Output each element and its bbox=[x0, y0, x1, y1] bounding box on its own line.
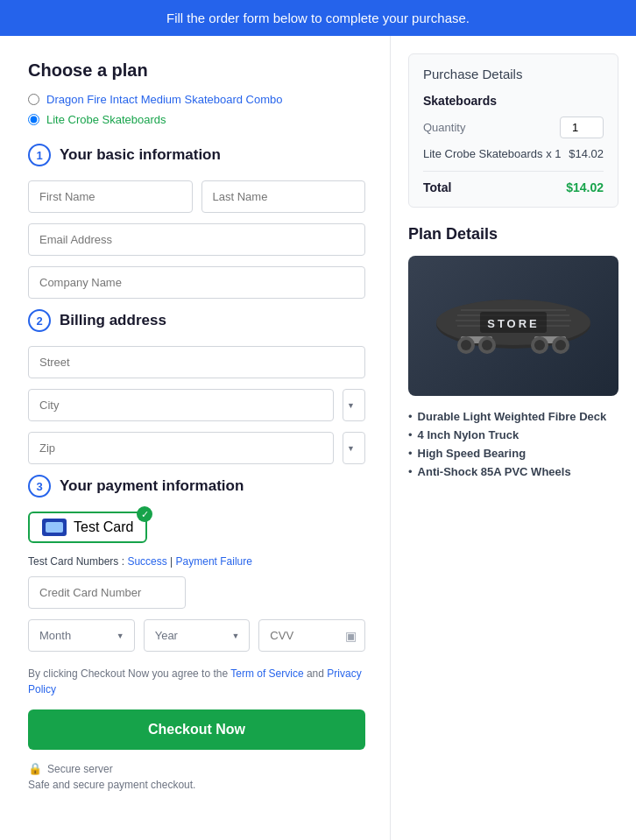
tos-middle: and bbox=[307, 667, 327, 680]
email-input[interactable] bbox=[28, 223, 365, 256]
company-row bbox=[28, 266, 365, 299]
total-label: Total bbox=[423, 180, 451, 194]
cc-row bbox=[28, 576, 365, 609]
card-icon bbox=[42, 519, 67, 536]
plan-options-section: Choose a plan Dragon Fire Intact Medium … bbox=[28, 60, 365, 126]
svg-point-15 bbox=[534, 340, 545, 350]
street-row bbox=[28, 346, 365, 378]
success-link[interactable]: Success bbox=[127, 555, 166, 568]
svg-point-13 bbox=[482, 340, 492, 350]
expiry-cvv-row: Month 01 02 03 04 05 06 07 08 09 10 11 1… bbox=[28, 619, 365, 652]
card-option[interactable]: Test Card ✓ bbox=[28, 512, 147, 543]
plan-label-1[interactable]: Dragon Fire Intact Medium Skateboard Com… bbox=[46, 93, 283, 106]
feature-item-2: High Speed Bearing bbox=[408, 447, 618, 460]
zip-state-row: - bbox=[28, 432, 365, 464]
test-card-prefix: Test Card Numbers : bbox=[28, 555, 127, 568]
skateboard-svg: STORE bbox=[417, 273, 610, 378]
city-input[interactable] bbox=[28, 389, 334, 421]
step1-circle: 1 bbox=[28, 144, 51, 166]
banner-text: Fill the order form below to complete yo… bbox=[166, 11, 470, 25]
year-select[interactable]: Year 2024 2025 2026 2027 2028 bbox=[144, 619, 251, 652]
step2-header: 2 Billing address bbox=[28, 309, 365, 332]
item-row: Lite Crobe Skateboards x 1 $14.02 bbox=[423, 147, 604, 160]
plan-label-2[interactable]: Lite Crobe Skateboards bbox=[46, 113, 166, 126]
item-name: Lite Crobe Skateboards x 1 bbox=[423, 147, 562, 160]
right-panel: Purchase Details Skateboards Quantity Li… bbox=[391, 36, 636, 840]
payment-failure-link[interactable]: Payment Failure bbox=[176, 555, 252, 568]
purchase-details-box: Purchase Details Skateboards Quantity Li… bbox=[408, 53, 618, 208]
total-price: $14.02 bbox=[566, 180, 604, 194]
secure-server-label: Secure server bbox=[47, 763, 113, 775]
test-card-info: Test Card Numbers : Success | Payment Fa… bbox=[28, 555, 365, 568]
plan-radio-2[interactable] bbox=[28, 114, 39, 125]
step3-circle: 3 bbox=[28, 475, 51, 498]
step3-header: 3 Your payment information bbox=[28, 475, 365, 498]
purchase-title: Purchase Details bbox=[423, 67, 604, 81]
choose-plan-title: Choose a plan bbox=[28, 60, 365, 81]
cvv-icon: ▣ bbox=[345, 629, 357, 643]
company-input[interactable] bbox=[28, 266, 365, 299]
cvv-wrapper: ▣ bbox=[258, 619, 365, 652]
month-select[interactable]: Month 01 02 03 04 05 06 07 08 09 10 11 1… bbox=[28, 619, 135, 652]
state-select[interactable]: - bbox=[343, 432, 365, 464]
country-select[interactable]: Country bbox=[343, 389, 365, 421]
secure-sub-text: Safe and secure payment checkout. bbox=[28, 779, 365, 791]
step1-header: 1 Your basic information bbox=[28, 144, 365, 166]
skateboards-label: Skateboards bbox=[423, 94, 604, 108]
step1-label: Your basic information bbox=[60, 146, 221, 164]
name-row bbox=[28, 180, 365, 213]
features-list: Durable Light Weighted Fibre Deck 4 Inch… bbox=[408, 410, 618, 478]
cc-number-input[interactable] bbox=[28, 576, 186, 609]
left-panel: Choose a plan Dragon Fire Intact Medium … bbox=[0, 36, 391, 840]
main-container: Choose a plan Dragon Fire Intact Medium … bbox=[0, 36, 636, 840]
plan-option-1: Dragon Fire Intact Medium Skateboard Com… bbox=[28, 93, 365, 106]
month-select-wrapper: Month 01 02 03 04 05 06 07 08 09 10 11 1… bbox=[28, 619, 135, 652]
step2-circle: 2 bbox=[28, 309, 51, 332]
quantity-input[interactable] bbox=[560, 116, 604, 138]
top-banner: Fill the order form below to complete yo… bbox=[0, 0, 636, 36]
country-select-wrapper: Country bbox=[343, 389, 365, 421]
feature-item-1: 4 Inch Nylon Truck bbox=[408, 428, 618, 441]
check-badge: ✓ bbox=[137, 506, 152, 522]
checkout-button[interactable]: Checkout Now bbox=[28, 709, 365, 750]
plan-option-2: Lite Crobe Skateboards bbox=[28, 113, 365, 126]
feature-item-0: Durable Light Weighted Fibre Deck bbox=[408, 410, 618, 423]
quantity-label: Quantity bbox=[423, 121, 465, 134]
svg-point-11 bbox=[461, 340, 471, 350]
zip-input[interactable] bbox=[28, 432, 334, 464]
quantity-row: Quantity bbox=[423, 116, 604, 138]
state-select-wrapper: - bbox=[343, 432, 365, 464]
street-input[interactable] bbox=[28, 346, 365, 378]
item-price: $14.02 bbox=[569, 147, 604, 160]
svg-point-17 bbox=[555, 340, 566, 350]
last-name-input[interactable] bbox=[201, 180, 366, 213]
card-icon-inner bbox=[46, 522, 63, 533]
card-label: Test Card bbox=[74, 519, 133, 535]
step3-label: Your payment information bbox=[60, 477, 244, 495]
lock-icon: 🔒 bbox=[28, 762, 42, 775]
skateboard-image: STORE bbox=[408, 256, 618, 396]
step2-label: Billing address bbox=[60, 312, 166, 329]
email-row bbox=[28, 223, 365, 256]
plan-details-title: Plan Details bbox=[408, 225, 618, 244]
first-name-input[interactable] bbox=[28, 180, 193, 213]
tos-text: By clicking Checkout Now you agree to th… bbox=[28, 666, 365, 697]
secure-info: 🔒 Secure server bbox=[28, 762, 365, 775]
plan-radio-1[interactable] bbox=[28, 94, 39, 105]
svg-text:STORE: STORE bbox=[487, 317, 540, 330]
tos-prefix: By clicking Checkout Now you agree to th… bbox=[28, 667, 230, 680]
tos-link[interactable]: Term of Service bbox=[230, 667, 303, 680]
total-row: Total $14.02 bbox=[423, 171, 604, 194]
city-country-row: Country bbox=[28, 389, 365, 421]
year-select-wrapper: Year 2024 2025 2026 2027 2028 bbox=[144, 619, 251, 652]
feature-item-3: Anti-Shock 85A PVC Wheels bbox=[408, 465, 618, 478]
